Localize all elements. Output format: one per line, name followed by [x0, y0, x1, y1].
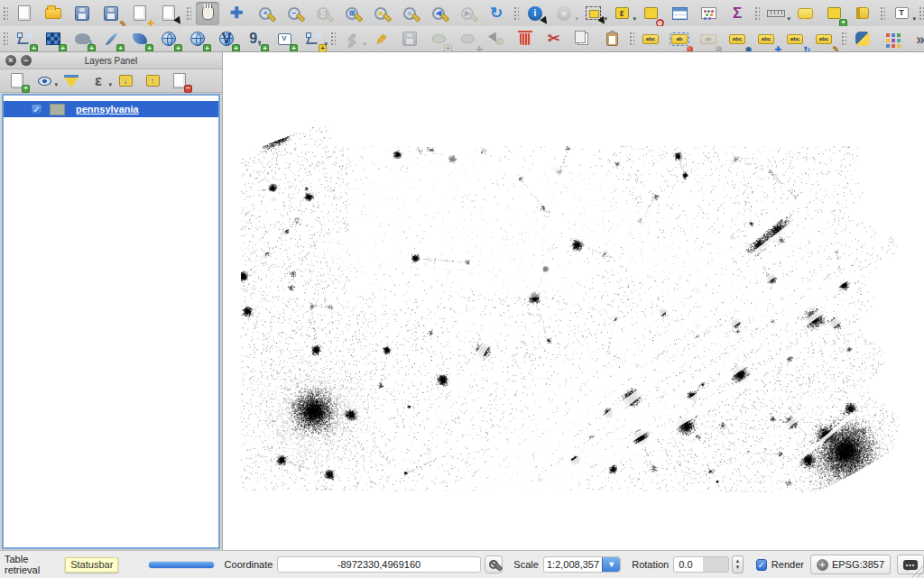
dropdown-arrow-icon[interactable]: ▾	[604, 15, 607, 23]
field-calculator-button[interactable]	[697, 2, 720, 25]
map-tips-button[interactable]	[793, 2, 817, 25]
add-wcs-layer-button[interactable]: +	[186, 27, 209, 50]
layer-name-label[interactable]: pennsylvania	[76, 104, 139, 115]
zoom-full-button[interactable]: ⊞	[340, 2, 364, 25]
save-layer-edits-button[interactable]	[398, 27, 421, 50]
rotation-stepper[interactable]: ▲▼	[732, 555, 743, 573]
measure-button[interactable]: ▾	[764, 2, 788, 25]
new-print-composer-button[interactable]: ✚	[128, 2, 152, 25]
layer-row-pennsylvania[interactable]: ✓ pennsylvania	[4, 101, 218, 117]
layers-list[interactable]: ✓ pennsylvania	[2, 94, 220, 549]
pin-labels-button[interactable]: ab	[668, 27, 691, 50]
change-label-button[interactable]: abc✎	[812, 27, 836, 50]
stepper-down-icon[interactable]: ▼	[735, 564, 740, 571]
open-project-button[interactable]	[42, 2, 65, 25]
deselect-all-button[interactable]: ⊘	[639, 2, 662, 25]
filter-legend-button[interactable]	[60, 71, 82, 91]
open-attribute-table-button[interactable]	[668, 2, 691, 25]
toolbar-overflow-button[interactable]: »	[909, 27, 924, 50]
new-bookmark-button[interactable]: +	[822, 2, 845, 25]
glyph: Σ	[733, 5, 742, 21]
manage-layer-visibility-button[interactable]: ▾	[33, 71, 55, 91]
copy-features-button[interactable]	[571, 27, 595, 50]
cut-features-button[interactable]: ✂	[542, 27, 566, 50]
identify-features-button[interactable]: i	[523, 2, 547, 25]
statistical-summary-button[interactable]: Σ	[725, 2, 749, 25]
zoom-in-button[interactable]: +	[254, 2, 277, 25]
select-by-expression-button[interactable]: ε▾	[610, 2, 633, 25]
rotation-spinbox[interactable]: 0.0	[673, 556, 729, 573]
new-shapefile-layer-button[interactable]: +▾	[301, 27, 325, 50]
processing-toolbox-button[interactable]	[880, 27, 903, 50]
move-label-button[interactable]: abc✚	[754, 27, 778, 50]
pan-map-button[interactable]	[196, 2, 219, 25]
add-vector-layer-button[interactable]: +	[13, 27, 36, 50]
move-feature-button[interactable]: ✚	[456, 27, 479, 50]
zoom-next-button[interactable]: ▶	[456, 2, 479, 25]
toggle-extents-button[interactable]	[485, 555, 504, 573]
map-canvas[interactable]	[223, 52, 923, 550]
filter-legend-icon	[64, 78, 79, 87]
add-wfs-layer-button[interactable]: V+	[215, 27, 238, 50]
text-annotation-button[interactable]: T▾	[890, 2, 913, 25]
crs-status-button[interactable]: + EPSG:3857	[810, 555, 891, 574]
glyph: abc	[819, 36, 828, 41]
statistical-summary-icon: Σ	[733, 5, 742, 21]
zoom-actual-size-button[interactable]: 1:1	[311, 2, 335, 25]
save-project-button[interactable]	[70, 2, 94, 25]
composer-manager-button[interactable]	[157, 2, 180, 25]
dropdown-arrow-icon[interactable]: ▾	[363, 41, 366, 48]
dropdown-arrow-icon[interactable]: ▾	[324, 41, 328, 48]
dropdown-arrow-icon[interactable]: ▾	[54, 81, 58, 88]
paste-features-button[interactable]	[600, 27, 624, 50]
stepper-up-icon[interactable]: ▲	[735, 558, 740, 564]
render-checkbox[interactable]: ✓	[756, 559, 767, 571]
layer-labeling-options-button[interactable]: abc	[639, 27, 662, 50]
zoom-last-button[interactable]: ◀	[427, 2, 450, 25]
show-hide-labels-button[interactable]: abc◉	[725, 27, 749, 50]
expand-all-button[interactable]: ↓	[115, 71, 136, 91]
dropdown-arrow-icon[interactable]: ▾	[787, 15, 790, 23]
toolbar-separator	[2, 31, 8, 47]
highlight-pinned-labels-button[interactable]: ab	[697, 27, 720, 50]
delete-selected-button[interactable]	[513, 27, 537, 50]
dropdown-arrow-icon[interactable]: ▾	[108, 81, 112, 88]
filter-legend-by-expression-button[interactable]: ε▾	[88, 71, 109, 91]
map-refresh-button[interactable]: ↻	[485, 2, 508, 25]
toggle-editing-button[interactable]: ✎	[369, 27, 393, 50]
rotate-label-button[interactable]: abc↻	[783, 27, 807, 50]
save-project-as-button[interactable]: ✎	[99, 2, 123, 25]
add-group-button[interactable]: +	[6, 71, 28, 91]
node-tool-button[interactable]	[485, 27, 508, 50]
python-console-button[interactable]	[851, 27, 874, 50]
show-bookmarks-button[interactable]	[851, 2, 874, 25]
add-postgis-layer-button[interactable]: +	[70, 27, 94, 50]
add-raster-layer-button[interactable]: +	[42, 27, 65, 50]
scale-combobox[interactable]: 1:2,008,357 ▼	[543, 556, 621, 573]
add-wms-layer-button[interactable]: +	[157, 27, 180, 50]
add-spatialite-layer-button[interactable]: +	[99, 27, 123, 50]
scale-dropdown-icon[interactable]: ▼	[602, 557, 620, 572]
zoom-to-selection-button[interactable]: ■	[369, 2, 393, 25]
new-spatialite-layer-button[interactable]: V+	[273, 27, 296, 50]
add-feature-button[interactable]: +	[427, 27, 450, 50]
zoom-to-layer-button[interactable]: ■	[398, 2, 421, 25]
add-delimited-text-layer-button[interactable]: 9,+	[244, 27, 267, 50]
current-edits-button[interactable]: ✎✎▾	[340, 27, 364, 50]
new-project-button[interactable]	[13, 2, 36, 25]
toolbar-overflow-icon: »	[916, 32, 924, 47]
run-feature-action-button[interactable]: ●▾	[552, 2, 576, 25]
dropdown-arrow-icon[interactable]: ▾	[633, 15, 636, 23]
glyph: ✎	[374, 33, 387, 45]
new-shapefile-layer-icon	[306, 32, 320, 45]
add-mssql-layer-button[interactable]: +	[128, 27, 152, 50]
layer-visibility-checkbox[interactable]: ✓	[31, 104, 42, 115]
dropdown-arrow-icon[interactable]: ▾	[575, 15, 578, 23]
zoom-out-button[interactable]: −	[282, 2, 306, 25]
pan-to-selection-button[interactable]: ✚	[225, 2, 248, 25]
coordinate-input[interactable]: -8972330,4969160	[277, 556, 480, 573]
select-features-button[interactable]: ▾	[581, 2, 605, 25]
collapse-all-button[interactable]: ↑	[142, 71, 163, 91]
dropdown-arrow-icon[interactable]: ▾	[912, 15, 916, 23]
remove-layer-button[interactable]: −	[169, 71, 190, 91]
